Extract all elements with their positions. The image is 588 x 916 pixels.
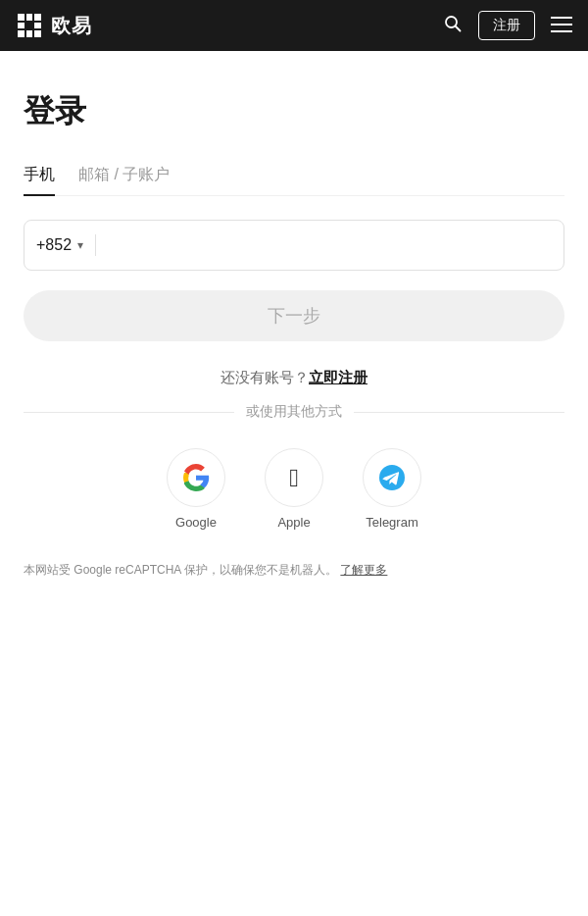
or-line-left xyxy=(24,412,234,413)
svg-rect-2 xyxy=(26,14,32,21)
svg-point-14 xyxy=(379,465,405,490)
tab-phone[interactable]: 手机 xyxy=(24,165,55,195)
no-account-text: 还没有账号？ xyxy=(220,369,309,385)
svg-line-10 xyxy=(456,25,461,30)
apple-label: Apple xyxy=(277,515,310,530)
phone-number-input[interactable] xyxy=(108,236,552,254)
logo-text: 欧易 xyxy=(51,13,92,39)
google-label: Google xyxy=(175,515,217,530)
apple-icon-wrapper:  xyxy=(265,448,323,507)
login-tabs: 手机 邮箱 / 子账户 xyxy=(24,165,564,196)
search-icon[interactable] xyxy=(443,14,463,38)
learn-more-link[interactable]: 了解更多 xyxy=(340,563,387,577)
page-title: 登录 xyxy=(24,90,564,133)
recaptcha-text: 本网站受 Google reCAPTCHA 保护，以确保您不是机器人。 xyxy=(24,563,337,577)
or-text: 或使用其他方式 xyxy=(246,403,342,421)
or-divider: 或使用其他方式 xyxy=(24,403,564,421)
next-button[interactable]: 下一步 xyxy=(24,290,564,341)
telegram-label: Telegram xyxy=(366,515,417,530)
svg-rect-3 xyxy=(34,14,41,21)
telegram-login-button[interactable]: Telegram xyxy=(363,448,421,530)
country-code-selector[interactable]: +852 ▾ xyxy=(36,236,83,254)
apple-login-button[interactable]:  Apple xyxy=(265,448,323,530)
chevron-down-icon: ▾ xyxy=(77,238,83,252)
google-icon-wrapper xyxy=(167,448,225,507)
register-link[interactable]: 立即注册 xyxy=(309,369,368,385)
register-button[interactable]: 注册 xyxy=(478,11,535,40)
telegram-icon-wrapper xyxy=(363,448,421,507)
no-account-prompt: 还没有账号？立即注册 xyxy=(24,369,564,387)
phone-input-wrapper[interactable]: +852 ▾ xyxy=(24,220,564,271)
svg-rect-4 xyxy=(18,23,24,28)
logo[interactable]: 欧易 xyxy=(16,12,92,39)
svg-rect-6 xyxy=(18,30,24,37)
main-content: 登录 手机 邮箱 / 子账户 +852 ▾ 下一步 还没有账号？立即注册 或使用… xyxy=(0,51,588,619)
recaptcha-notice: 本网站受 Google reCAPTCHA 保护，以确保您不是机器人。 了解更多 xyxy=(24,561,564,580)
svg-rect-8 xyxy=(34,30,41,37)
country-code-value: +852 xyxy=(36,236,72,254)
or-line-right xyxy=(354,412,564,413)
header: 欧易 注册 xyxy=(0,0,588,51)
svg-rect-5 xyxy=(34,23,41,28)
header-actions: 注册 xyxy=(443,11,572,40)
menu-icon[interactable] xyxy=(551,15,572,37)
tab-email[interactable]: 邮箱 / 子账户 xyxy=(78,165,170,195)
svg-rect-7 xyxy=(26,30,32,37)
google-login-button[interactable]: Google xyxy=(167,448,225,530)
social-login-options: Google  Apple Telegram xyxy=(24,448,564,530)
input-divider xyxy=(95,234,96,256)
google-icon xyxy=(182,464,210,491)
logo-icon xyxy=(16,12,43,39)
apple-icon:  xyxy=(289,465,299,490)
telegram-icon xyxy=(378,464,406,491)
svg-rect-1 xyxy=(18,14,24,21)
